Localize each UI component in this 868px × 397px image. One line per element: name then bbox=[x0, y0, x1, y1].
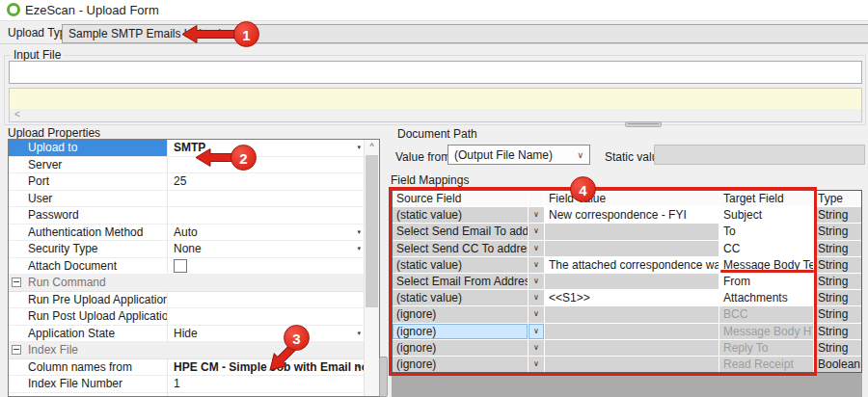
group-expander[interactable] bbox=[9, 275, 26, 291]
property-group-row[interactable]: Index File bbox=[9, 342, 365, 359]
property-value-text: SMTP bbox=[174, 141, 205, 154]
annotation-step-2: 2 bbox=[231, 145, 257, 171]
property-name: Upload to bbox=[26, 140, 167, 156]
chevron-down-icon[interactable]: ∨ bbox=[577, 146, 583, 165]
collapse-icon[interactable] bbox=[12, 345, 21, 355]
property-margin bbox=[9, 140, 26, 156]
property-name: Attach Document bbox=[26, 258, 167, 275]
input-file-preview-list[interactable]: < bbox=[9, 88, 862, 122]
property-name: Password bbox=[26, 207, 167, 224]
type-cell: String bbox=[814, 224, 861, 239]
property-value-text: Hide bbox=[174, 327, 198, 340]
property-row[interactable]: Index File TypeCSV▾ bbox=[9, 393, 365, 397]
horizontal-scrollbar[interactable]: < bbox=[10, 109, 861, 121]
scroll-up-icon[interactable]: ^ bbox=[365, 140, 379, 154]
property-row[interactable]: User bbox=[9, 191, 365, 208]
property-row[interactable]: Port25 bbox=[9, 173, 365, 191]
property-value[interactable] bbox=[167, 157, 365, 173]
property-value-text: None bbox=[174, 242, 202, 255]
dropdown-arrow-icon[interactable]: ▾ bbox=[357, 245, 361, 252]
property-value-dropdown[interactable]: SMTP▾ bbox=[167, 140, 365, 156]
property-margin bbox=[9, 191, 26, 207]
property-value-dropdown[interactable]: None▾ bbox=[167, 241, 365, 257]
property-row[interactable]: Application StateHide▾ bbox=[9, 326, 365, 343]
vertical-splitter-grip[interactable] bbox=[379, 357, 388, 397]
annotation-step-3: 3 bbox=[284, 325, 310, 351]
annotation-step-1: 1 bbox=[233, 21, 259, 47]
property-value[interactable]: 1 bbox=[167, 376, 365, 392]
property-row[interactable]: Run Post Upload Application bbox=[9, 308, 365, 326]
property-row[interactable]: Index File Number1 bbox=[9, 376, 365, 393]
property-value-dropdown[interactable]: Auto▾ bbox=[167, 225, 365, 241]
annotation-underline bbox=[720, 270, 814, 273]
horizontal-splitter-grip[interactable] bbox=[625, 121, 662, 127]
type-cell: String bbox=[814, 274, 861, 289]
property-row[interactable]: Server bbox=[9, 157, 365, 174]
property-margin bbox=[9, 326, 26, 342]
property-row[interactable]: Security TypeNone▾ bbox=[9, 241, 365, 258]
upload-properties-grid: Upload toSMTP▾ServerPort25UserPasswordAu… bbox=[8, 139, 380, 397]
property-name: User bbox=[26, 191, 167, 207]
property-value[interactable] bbox=[167, 308, 365, 325]
property-margin bbox=[9, 157, 26, 173]
property-margin bbox=[9, 359, 26, 376]
annotation-step-4: 4 bbox=[570, 176, 596, 202]
property-row[interactable]: Column names fromHPE CM - Simple Job wit… bbox=[9, 359, 365, 377]
property-name: Index File Number bbox=[26, 376, 167, 392]
property-row[interactable]: Attach Document bbox=[9, 258, 365, 276]
type-cell: String bbox=[814, 207, 861, 223]
type-cell: String bbox=[814, 340, 861, 356]
type-cell: String bbox=[814, 241, 861, 256]
checkbox-unchecked[interactable] bbox=[174, 259, 187, 273]
type-cell: String bbox=[814, 324, 861, 339]
value-from-combobox[interactable]: (Output File Name) ∨ bbox=[448, 145, 590, 165]
property-value-dropdown[interactable]: Hide▾ bbox=[167, 326, 365, 342]
property-value[interactable] bbox=[167, 292, 365, 308]
field-mappings-label: Field Mappings bbox=[391, 173, 469, 187]
property-value[interactable] bbox=[167, 191, 365, 207]
property-grid-rows: Upload toSMTP▾ServerPort25UserPasswordAu… bbox=[9, 140, 365, 396]
property-row[interactable]: Run Pre Upload Application bbox=[9, 292, 365, 309]
property-name: Run Pre Upload Application bbox=[26, 292, 167, 308]
dropdown-arrow-icon[interactable]: ▾ bbox=[357, 228, 361, 236]
group-expander[interactable] bbox=[9, 342, 26, 358]
property-group-label: Index File bbox=[26, 342, 78, 358]
collapse-icon[interactable] bbox=[12, 278, 21, 287]
property-value-text: CSV bbox=[174, 394, 198, 397]
upload-type-combobox[interactable]: Sample SMTP Emails Upload bbox=[62, 24, 868, 43]
property-name: Index File Type bbox=[26, 393, 167, 397]
property-margin bbox=[9, 173, 26, 190]
input-file-field[interactable] bbox=[9, 61, 862, 84]
property-row[interactable]: Upload toSMTP▾ bbox=[9, 140, 365, 157]
property-value-dropdown[interactable]: HPE CM - Simple Job with Email notifi...… bbox=[167, 359, 365, 376]
property-margin bbox=[9, 258, 26, 275]
property-name: Server bbox=[26, 157, 167, 173]
property-value[interactable]: 25 bbox=[167, 173, 365, 190]
property-row[interactable]: Password bbox=[9, 207, 365, 225]
property-margin bbox=[9, 292, 26, 308]
dropdown-arrow-icon[interactable]: ▾ bbox=[357, 144, 361, 151]
property-row[interactable]: Authentication MethodAuto▾ bbox=[9, 225, 365, 242]
type-cell: Boolean bbox=[814, 357, 861, 372]
static-value-field[interactable] bbox=[654, 145, 865, 165]
value-from-label: Value from bbox=[395, 150, 450, 164]
scrollbar-thumb[interactable] bbox=[366, 155, 378, 307]
property-value-dropdown[interactable]: CSV▾ bbox=[167, 393, 365, 397]
dropdown-arrow-icon[interactable]: ▾ bbox=[357, 363, 361, 371]
property-group-row[interactable]: Run Command bbox=[9, 275, 365, 292]
property-value[interactable] bbox=[167, 258, 365, 275]
document-path-label: Document Path bbox=[397, 127, 477, 141]
property-name: Application State bbox=[26, 326, 167, 342]
property-name: Run Post Upload Application bbox=[26, 308, 167, 325]
upload-properties-label: Upload Properties bbox=[8, 126, 100, 140]
property-value[interactable] bbox=[167, 207, 365, 224]
value-from-selected: (Output File Name) bbox=[454, 148, 553, 162]
ezescan-upload-form-window: EzeScan - Upload Form Upload Type Sample… bbox=[0, 0, 868, 397]
scroll-left-icon[interactable]: < bbox=[14, 109, 20, 119]
property-name: Security Type bbox=[26, 241, 167, 257]
ezescan-logo-icon bbox=[7, 3, 20, 16]
window-titlebar: EzeScan - Upload Form bbox=[0, 0, 868, 20]
vertical-scrollbar[interactable]: ^ bbox=[364, 140, 379, 396]
dropdown-arrow-icon[interactable]: ▾ bbox=[357, 330, 361, 337]
property-margin bbox=[9, 207, 26, 224]
